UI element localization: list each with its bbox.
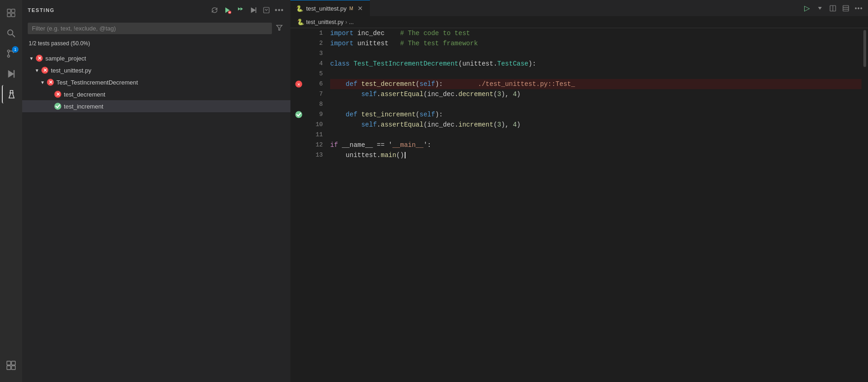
error-icon: ✕ [54, 90, 62, 98]
breadcrumb-more[interactable]: ... [349, 19, 354, 25]
chevron-icon: ▼ [28, 55, 35, 62]
run-code-button[interactable]: ▷ [801, 3, 813, 14]
svg-marker-9 [8, 70, 14, 78]
source-control-badge: 1 [12, 46, 18, 53]
testing-sidebar: TESTING ••• 1/2 tests passed [22, 0, 290, 382]
svg-line-5 [12, 35, 15, 37]
code-line-13: unittest.main() [330, 150, 862, 160]
error-icon: ✕ [35, 54, 43, 62]
svg-marker-19 [238, 7, 240, 11]
svg-rect-14 [7, 366, 11, 370]
scrollbar-track[interactable] [862, 28, 868, 382]
tab-test-unittest-py[interactable]: 🐍 test_unittest.py M ✕ [290, 0, 370, 16]
run-debug-icon[interactable] [2, 65, 20, 83]
gutter-line [290, 59, 307, 69]
open-test-output-button[interactable] [261, 5, 272, 16]
split-editor-button[interactable] [827, 3, 838, 14]
editor-more-actions-button[interactable]: ••• [853, 3, 864, 14]
error-icon: ✕ [46, 78, 55, 86]
svg-text:✕: ✕ [37, 55, 42, 61]
gutter-line [290, 130, 307, 140]
scrollbar-thumb[interactable] [863, 30, 866, 67]
code-content[interactable]: import inc_dec # The code to test import… [330, 28, 862, 382]
gutter-line [290, 89, 307, 99]
code-line-4: class Test_TestIncrementDecrement(unitte… [330, 59, 862, 69]
gutter-line [290, 140, 307, 150]
tree-item-label: Test_TestIncrementDecrement [56, 79, 138, 86]
sidebar-actions: ••• [209, 5, 285, 16]
tree-item-label: sample_project [45, 55, 86, 62]
svg-rect-1 [12, 9, 15, 12]
svg-point-8 [7, 55, 10, 57]
tree-item-label: test_decrement [64, 91, 105, 98]
svg-marker-21 [251, 7, 256, 13]
svg-rect-36 [843, 6, 849, 11]
tree-item-label: test_unittest.py [51, 67, 91, 74]
test-tree: ▼ ✕ sample_project ▼ ✕ test_unittest.py … [22, 50, 290, 382]
run-tests-button[interactable] [235, 5, 246, 16]
filter-bar [22, 20, 290, 38]
svg-marker-33 [818, 7, 822, 10]
filter-input[interactable] [28, 23, 272, 34]
svg-text:✕: ✕ [297, 82, 301, 87]
python-file-icon: 🐍 [296, 5, 303, 12]
gutter-line [290, 28, 307, 38]
tab-label: test_unittest.py [306, 5, 346, 12]
code-line-7: self.assertEqual(inc_dec.decrement(3), 4… [330, 89, 862, 99]
svg-rect-12 [7, 361, 11, 365]
modified-indicator: M [349, 6, 353, 11]
search-icon[interactable] [2, 24, 20, 42]
filter-icon[interactable] [274, 22, 285, 35]
error-icon: ✕ [41, 66, 49, 74]
tree-item-test-decrement[interactable]: ▶ ✕ test_decrement [22, 88, 290, 100]
editor-area: 🐍 test_unittest.py M ✕ ▷ ••• 🐍 test_u [290, 0, 868, 382]
layout-button[interactable] [840, 3, 851, 14]
explorer-icon[interactable] [2, 4, 20, 22]
debug-tests-button[interactable] [248, 5, 259, 16]
chevron-icon: ▼ [39, 79, 46, 86]
svg-rect-2 [7, 13, 11, 17]
source-control-icon[interactable]: 1 [2, 44, 20, 63]
tree-item-test-class[interactable]: ▼ ✕ Test_TestIncrementDecrement [22, 76, 290, 88]
breadcrumb-file[interactable]: test_unittest.py [306, 19, 344, 25]
tree-item-sample-project[interactable]: ▼ ✕ sample_project [22, 52, 290, 64]
extensions-icon[interactable] [2, 356, 20, 375]
gutter: ✕ [290, 28, 307, 382]
svg-text:✕: ✕ [56, 91, 60, 97]
gutter-line [290, 69, 307, 79]
run-dropdown-button[interactable] [814, 3, 825, 14]
code-editor[interactable]: ✕ 1 2 3 4 5 6 7 8 9 10 11 [290, 28, 868, 382]
svg-point-41 [295, 111, 302, 118]
gutter-line-6: ✕ [290, 79, 307, 89]
svg-rect-15 [12, 366, 15, 370]
run-all-tests-button[interactable] [222, 5, 233, 16]
gutter-line [290, 99, 307, 109]
tab-close-button[interactable]: ✕ [356, 4, 364, 12]
svg-point-6 [7, 50, 10, 52]
success-icon [54, 102, 62, 110]
editor-toolbar: ▷ ••• [801, 3, 868, 14]
gutter-line [290, 150, 307, 160]
svg-marker-20 [240, 7, 243, 11]
cursor [405, 152, 406, 158]
code-line-12: if __name__ == '__main__': [330, 140, 862, 150]
gutter-line [290, 49, 307, 59]
more-actions-button[interactable]: ••• [274, 5, 285, 16]
tree-item-test-increment[interactable]: ▶ test_increment [22, 100, 290, 112]
svg-marker-23 [277, 25, 282, 30]
chevron-icon: ▼ [33, 67, 41, 74]
svg-point-4 [8, 30, 13, 35]
svg-rect-13 [12, 361, 15, 365]
code-line-8 [330, 99, 862, 109]
gutter-line [290, 38, 307, 49]
test-stats: 1/2 tests passed (50.0%) [22, 38, 290, 50]
svg-text:✕: ✕ [49, 79, 53, 85]
code-line-2: import unittest # The test framework [330, 38, 862, 49]
tree-item-test-unittest-py[interactable]: ▼ ✕ test_unittest.py [22, 64, 290, 76]
testing-icon[interactable] [2, 85, 20, 103]
breadcrumb-separator: › [345, 19, 347, 25]
code-line-1: import inc_dec # The code to test [330, 28, 862, 38]
gutter-line-9 [290, 109, 307, 120]
refresh-tests-button[interactable] [209, 5, 220, 16]
line-numbers: 1 2 3 4 5 6 7 8 9 10 11 12 13 [307, 28, 330, 382]
